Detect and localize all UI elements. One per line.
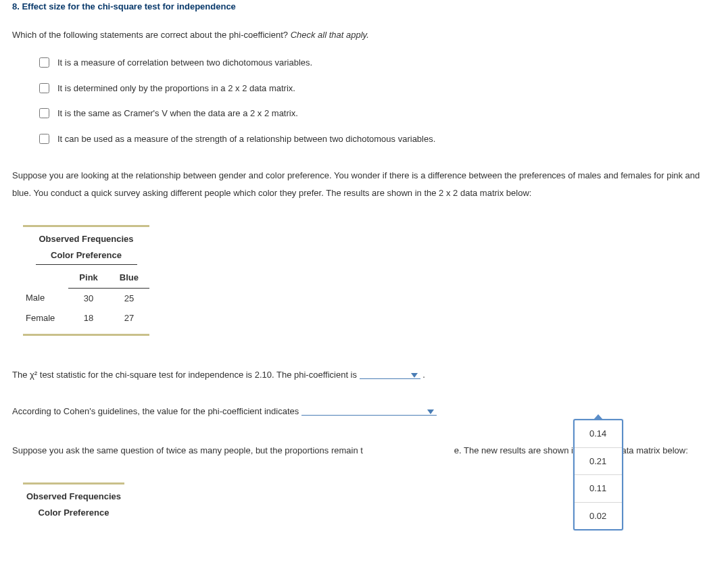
freq-table: Pink Blue Male 30 25 Female 18 27	[23, 268, 149, 328]
option-label: It is a measure of correlation between t…	[57, 56, 312, 70]
freq-subtitle: Color Preference	[36, 249, 137, 266]
cohen-line: According to Cohen's guidelines, the val…	[12, 405, 716, 419]
option-label: It is determined only by the proportions…	[57, 82, 295, 95]
cohen-text: According to Cohen's guidelines, the val…	[12, 406, 301, 416]
question-prompt: Which of the following statements are co…	[12, 28, 716, 42]
col-header: Blue	[109, 268, 149, 288]
effect-size-dropdown-blank[interactable]	[301, 405, 437, 416]
prompt-text: Which of the following statements are co…	[12, 30, 291, 40]
option-checkbox-4[interactable]	[39, 134, 49, 144]
table-row: Female 18 27	[23, 308, 149, 328]
freq-title: Observed Frequencies	[23, 490, 124, 503]
question-title: 8. Effect size for the chi-square test f…	[12, 0, 716, 14]
caret-down-icon	[427, 409, 434, 414]
freq-subtitle: Color Preference	[23, 506, 124, 520]
option-checkbox-3[interactable]	[39, 108, 49, 118]
checkbox-options: It is a measure of correlation between t…	[39, 56, 716, 145]
prompt-hint: Check all that apply.	[291, 30, 369, 40]
empty-header	[23, 268, 68, 288]
col-header: Pink	[68, 268, 108, 288]
dropdown-arrow-icon	[593, 414, 603, 420]
dropdown-option[interactable]: 0.02	[575, 503, 622, 530]
phi-value-dropdown: 0.14 0.21 0.11 0.02	[573, 419, 623, 530]
dropdown-option[interactable]: 0.21	[575, 448, 622, 476]
option-checkbox-2[interactable]	[39, 83, 49, 93]
option-row: It is determined only by the proportions…	[39, 82, 716, 95]
phi-dropdown-blank[interactable]	[360, 368, 420, 379]
option-label: It is the same as Cramer's V when the da…	[57, 107, 298, 120]
cell: 25	[109, 288, 149, 308]
freq-title: Observed Frequencies	[23, 232, 149, 246]
observed-frequencies-table-1: Observed Frequencies Color Preference Pi…	[23, 225, 149, 336]
option-checkbox-1[interactable]	[39, 57, 49, 68]
row-label: Female	[23, 308, 68, 328]
table-row: Male 30 25	[23, 288, 149, 308]
cell: 27	[109, 308, 149, 328]
row-label: Male	[23, 288, 68, 308]
caret-down-icon	[411, 373, 418, 378]
option-row: It is a measure of correlation between t…	[39, 56, 716, 70]
observed-frequencies-table-2: Observed Frequencies Color Preference	[23, 482, 124, 519]
tail-text: .	[420, 370, 425, 380]
option-row: It is the same as Cramer's V when the da…	[39, 107, 716, 120]
option-row: It can be used as a measure of the stren…	[39, 132, 716, 146]
twice-text-b: e. The new results are shown in the 2 x …	[454, 445, 688, 455]
twice-text-a: Suppose you ask the same question of twi…	[12, 445, 363, 455]
option-label: It can be used as a measure of the stren…	[57, 132, 435, 146]
scenario-text: Suppose you are looking at the relations…	[12, 167, 716, 202]
chi-square-text: The χ² test statistic for the chi-square…	[12, 370, 360, 380]
dropdown-option[interactable]: 0.11	[575, 475, 622, 503]
cell: 30	[68, 288, 108, 308]
cell: 18	[68, 308, 108, 328]
dropdown-option[interactable]: 0.14	[575, 420, 622, 448]
chi-square-line: The χ² test statistic for the chi-square…	[12, 368, 716, 382]
